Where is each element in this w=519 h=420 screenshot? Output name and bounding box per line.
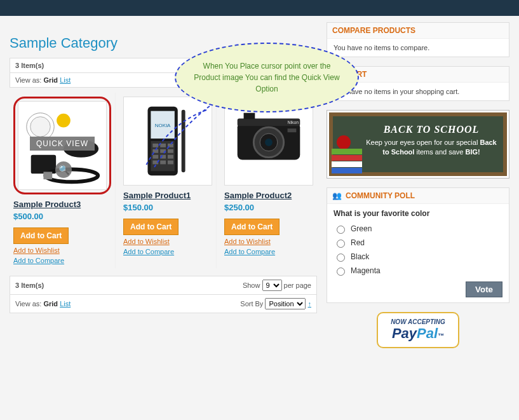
view-grid: Grid [43,76,58,84]
add-to-cart-button[interactable]: Add to Cart [224,219,280,235]
zoom-icon[interactable]: 🔍 [55,161,72,178]
poll-option[interactable]: Green [334,222,502,236]
product-image-link[interactable]: QUICK VIEW 🔍 [18,101,107,190]
paypal-logo: PayPal™ [391,325,445,342]
svg-point-29 [265,139,273,146]
add-to-compare-link[interactable]: Add to Compare [224,248,313,255]
promo-text: Keep your eyes open for our special Back… [366,138,497,158]
product-price: $500.00 [13,212,111,221]
sort-direction-toggle[interactable]: ↑ [308,300,312,308]
toolbar-viewmode-bottom: View as: Grid List Sort By Position ↑ [10,295,317,313]
poll-option[interactable]: Red [334,236,502,250]
poll-question: What is your favorite color [334,209,502,218]
product-price: $250.00 [224,203,313,212]
product-card: Nikon Sample Product2 $250.00 Add to Car… [220,93,317,268]
compare-body: You have no items to compare. [327,39,509,57]
poll-radio[interactable] [337,254,345,262]
add-to-compare-link[interactable]: Add to Compare [13,257,111,264]
svg-point-1 [30,117,51,137]
svg-point-2 [57,114,71,128]
product-name-link[interactable]: Sample Product1 [123,191,212,200]
toolbar-count-bottom: 3 Item(s) Show 9 per page [10,276,317,295]
view-list-link[interactable]: List [60,300,71,308]
quick-view-badge[interactable]: QUICK VIEW [30,137,95,151]
tooltip-callout: When You Place cursor point over the Pro… [175,43,359,112]
poll-heading: 👥 COMMUNITY POLL [327,188,509,204]
callout-text: When You Place cursor point over the Pro… [192,60,341,95]
sortby-label: Sort By [240,300,263,308]
hover-highlight: QUICK VIEW 🔍 [13,97,111,194]
viewas-label: View as: [15,76,41,84]
promo-heading: BACK TO SCHOOL [366,124,497,135]
show-label: Show [243,281,260,289]
poll-option[interactable]: Black [334,250,502,264]
product-name-link[interactable]: Sample Product3 [13,200,111,209]
item-count: 3 Item(s) [15,281,44,289]
paypal-badge[interactable]: NOW ACCEPTING PayPal™ [377,312,459,348]
add-to-wishlist-link[interactable]: Add to Wishlist [123,238,212,245]
poll-icon: 👥 [332,191,342,200]
paypal-line1: NOW ACCEPTING [391,318,445,325]
per-page-label: per page [284,281,311,289]
compare-block: COMPARE PRODUCTS You have no items to co… [327,22,509,57]
poll-option[interactable]: Magenta [334,264,502,278]
promo-banner[interactable]: BACK TO SCHOOL Keep your eyes open for o… [327,110,509,179]
callout-tail-icon [143,105,213,168]
poll-radio[interactable] [337,226,345,234]
product-name-link[interactable]: Sample Product2 [224,191,313,200]
svg-rect-30 [244,113,255,119]
item-count: 3 Item(s) [15,62,44,69]
add-to-cart-button[interactable]: Add to Cart [13,227,69,244]
top-nav-bar [0,0,519,16]
sortby-select[interactable]: Position [265,298,306,309]
show-select[interactable]: 9 [262,280,282,291]
poll-radio[interactable] [337,268,345,276]
view-list-link[interactable]: List [60,76,71,84]
books-icon [332,135,362,173]
svg-point-5 [45,169,98,182]
add-to-wishlist-link[interactable]: Add to Wishlist [224,238,313,245]
add-to-wishlist-link[interactable]: Add to Wishlist [13,247,111,254]
svg-rect-6 [43,172,52,179]
product-card: QUICK VIEW 🔍 Sample Product3 $500.00 Add… [10,93,116,268]
poll-radio[interactable] [337,240,345,248]
product-price: $150.00 [123,203,212,212]
compare-heading: COMPARE PRODUCTS [327,23,509,39]
vote-button[interactable]: Vote [466,281,502,297]
view-grid: Grid [43,300,58,308]
svg-rect-31 [288,128,297,132]
poll-block: 👥 COMMUNITY POLL What is your favorite c… [327,187,509,303]
add-to-compare-link[interactable]: Add to Compare [123,248,212,255]
add-to-cart-button[interactable]: Add to Cart [123,219,179,235]
viewas-label: View as: [15,300,41,308]
svg-text:Nikon: Nikon [288,120,299,125]
